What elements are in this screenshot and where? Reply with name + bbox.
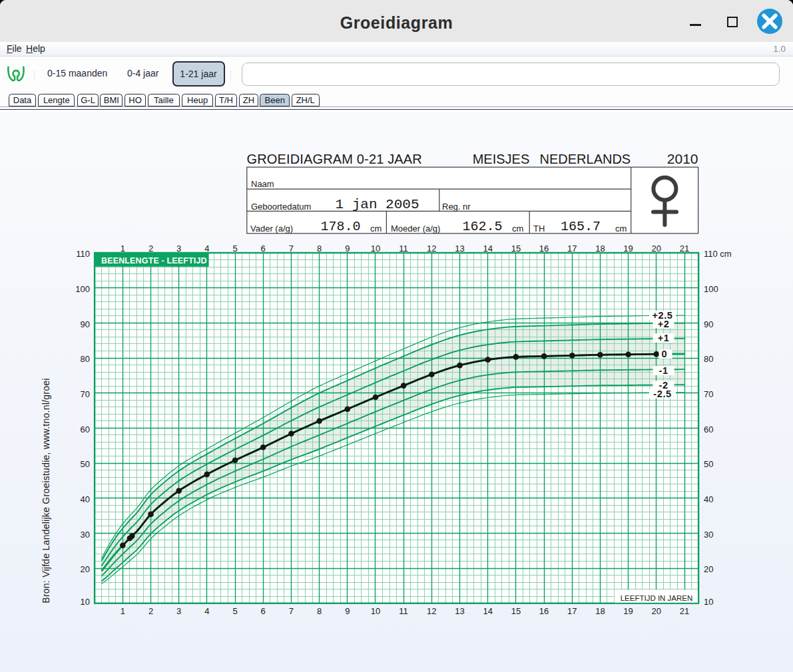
svg-text:7: 7 (289, 606, 294, 616)
svg-text:4: 4 (204, 606, 209, 616)
svg-text:4: 4 (204, 244, 209, 253)
svg-text:3: 3 (176, 244, 181, 253)
svg-text:165.7: 165.7 (561, 219, 601, 234)
svg-text:13: 13 (455, 244, 464, 253)
svg-text:11: 11 (399, 244, 408, 253)
svg-text:6: 6 (261, 606, 266, 616)
svg-text:70: 70 (704, 389, 713, 399)
svg-text:5: 5 (232, 606, 237, 616)
svg-text:178.0: 178.0 (321, 219, 361, 234)
svg-text:21: 21 (680, 606, 689, 616)
svg-text:BEENLENGTE - LEEFTIJD: BEENLENGTE - LEEFTIJD (101, 256, 207, 265)
svg-text:3: 3 (176, 606, 181, 616)
svg-text:GROEIDIAGRAM 0-21 JAAR: GROEIDIAGRAM 0-21 JAAR (247, 152, 422, 166)
svg-text:+2: +2 (658, 319, 670, 329)
svg-text:1: 1 (121, 244, 125, 253)
svg-text:13: 13 (455, 606, 464, 616)
svg-text:5: 5 (232, 244, 237, 253)
svg-text:11: 11 (399, 606, 408, 616)
svg-text:Geboortedatum: Geboortedatum (251, 202, 311, 212)
svg-text:80: 80 (704, 354, 713, 364)
svg-text:20: 20 (704, 564, 713, 574)
svg-text:2: 2 (148, 244, 153, 253)
svg-text:19: 19 (623, 244, 633, 253)
svg-text:10: 10 (704, 597, 713, 607)
svg-text:Naam: Naam (251, 179, 274, 189)
svg-text:30: 30 (704, 530, 713, 540)
svg-text:21: 21 (680, 244, 689, 253)
svg-text:6: 6 (261, 244, 266, 253)
svg-text:0: 0 (661, 349, 667, 359)
svg-text:40: 40 (81, 494, 90, 504)
svg-text:14: 14 (483, 244, 492, 253)
svg-text:14: 14 (483, 606, 492, 616)
svg-text:18: 18 (595, 244, 605, 253)
svg-text:Vader (a/g): Vader (a/g) (250, 224, 293, 234)
svg-text:19: 19 (623, 606, 633, 616)
svg-text:2: 2 (148, 606, 153, 616)
svg-text:110 cm: 110 cm (704, 249, 732, 259)
svg-text:60: 60 (81, 424, 90, 434)
svg-text:16: 16 (539, 606, 549, 616)
svg-text:80: 80 (81, 354, 90, 364)
svg-text:50: 50 (704, 459, 713, 469)
svg-text:cm: cm (615, 224, 627, 234)
svg-text:15: 15 (511, 606, 521, 616)
svg-text:110: 110 (76, 249, 90, 259)
svg-text:cm: cm (512, 224, 523, 234)
svg-text:10: 10 (81, 597, 90, 607)
svg-text:40: 40 (704, 494, 713, 504)
svg-text:17: 17 (567, 606, 577, 616)
svg-text:100: 100 (704, 284, 718, 294)
svg-text:20: 20 (81, 564, 90, 574)
svg-text:MEISJES: MEISJES (473, 152, 530, 166)
svg-text:Moeder (a/g): Moeder (a/g) (391, 224, 440, 234)
svg-text:8: 8 (317, 606, 322, 616)
svg-text:15: 15 (511, 244, 521, 253)
svg-text:90: 90 (81, 319, 90, 329)
svg-text:Bron: Vijfde Landelijke Groeis: Bron: Vijfde Landelijke Groeistudie, www… (41, 378, 51, 603)
svg-text:9: 9 (345, 606, 350, 616)
svg-text:1 jan 2005: 1 jan 2005 (336, 197, 419, 212)
svg-text:100: 100 (75, 284, 90, 294)
svg-text:+1: +1 (658, 333, 670, 343)
svg-text:50: 50 (81, 459, 90, 469)
svg-text:60: 60 (704, 424, 713, 434)
svg-text:12: 12 (427, 606, 436, 616)
svg-text:18: 18 (595, 606, 605, 616)
svg-text:-2.5: -2.5 (653, 389, 671, 399)
svg-text:-1: -1 (659, 365, 668, 376)
svg-text:20: 20 (652, 606, 661, 616)
svg-text:2010: 2010 (667, 151, 698, 166)
svg-text:20: 20 (652, 244, 661, 253)
svg-text:16: 16 (539, 244, 549, 253)
svg-text:Reg. nr: Reg. nr (442, 202, 471, 212)
svg-text:NEDERLANDS: NEDERLANDS (540, 152, 631, 166)
svg-text:30: 30 (81, 530, 90, 540)
svg-text:90: 90 (704, 319, 713, 329)
svg-text:8: 8 (317, 244, 322, 253)
svg-text:162.5: 162.5 (463, 219, 503, 234)
svg-text:12: 12 (427, 244, 436, 253)
svg-text:1: 1 (121, 606, 125, 616)
svg-text:17: 17 (567, 244, 577, 253)
svg-text:7: 7 (289, 244, 294, 253)
svg-text:10: 10 (371, 606, 380, 616)
svg-text:TH: TH (533, 224, 545, 234)
svg-text:70: 70 (81, 389, 90, 399)
svg-text:cm: cm (370, 224, 382, 234)
svg-text:10: 10 (371, 244, 380, 253)
svg-text:LEEFTIJD IN JAREN: LEEFTIJD IN JAREN (621, 594, 693, 602)
svg-text:9: 9 (345, 244, 350, 253)
